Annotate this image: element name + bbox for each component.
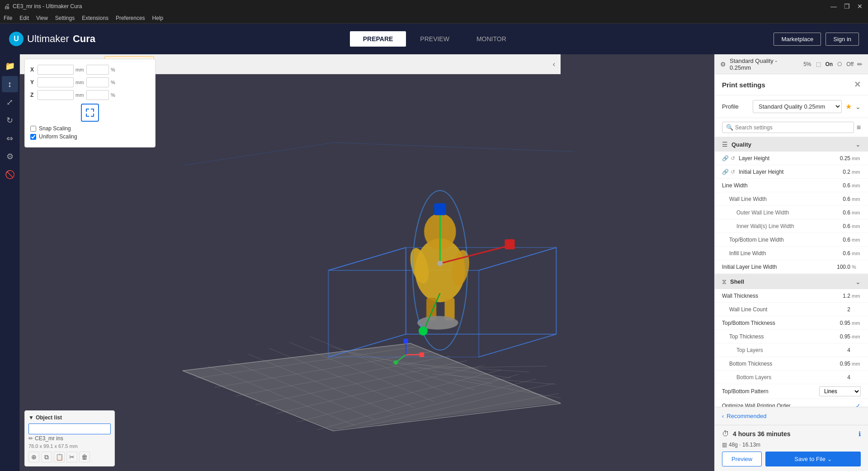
z-value-input[interactable]: 67.4506 [38,90,74,100]
initial-layer-height-value: 0.2 [832,169,850,175]
object-action-cut[interactable]: ✂ [66,452,77,462]
x-percent-input[interactable]: 40 [86,65,109,75]
profile-chevron-icon[interactable]: ⌄ [855,103,861,110]
top-bottom-thickness-label: Top/Bottom Thickness [722,320,832,326]
move-tool[interactable]: ↕ [2,76,18,92]
menu-bar: File Edit View Settings Extensions Prefe… [0,13,868,24]
scale-tool[interactable]: ⤢ [2,94,18,110]
titlebar-controls[interactable]: — ❐ ✕ [829,3,864,10]
menu-view[interactable]: View [36,15,48,21]
wall-thickness-label: Wall Thickness [722,293,832,299]
layer-height-reset-icon[interactable]: ↺ [731,155,735,162]
tab-monitor[interactable]: MONITOR [463,31,519,47]
header: U Ultimaker Cura PREPARE PREVIEW MONITOR… [0,24,868,54]
save-to-file-button[interactable]: Save to File ⌄ [765,452,861,466]
rotate-tool[interactable]: ↻ [2,112,18,128]
object-action-paste[interactable]: 📋 [54,452,65,462]
x-label: X [30,67,36,73]
maximize-button[interactable]: ❐ [842,3,852,10]
close-button[interactable]: ✕ [855,3,864,10]
uniform-scaling-label[interactable]: Uniform Scaling [39,133,77,140]
wall-thickness-value: 1.2 [832,293,850,299]
layer-height-icons: 🔗 ↺ [722,155,735,162]
wall-line-width-row: Wall Line Width 0.6 mm [715,192,868,206]
recommended-button[interactable]: ‹ Recommended [722,411,861,421]
shell-section-title: Shell [730,278,852,285]
material-info: ▥ 48g · 16.13m [722,442,861,448]
snap-scaling-checkbox[interactable] [30,126,36,132]
mirror-tool[interactable]: ⇔ [2,130,18,147]
object-name-label: CE3_mr ins [35,435,63,442]
initial-layer-reset-icon[interactable]: ↺ [731,169,735,175]
y-value-input[interactable]: 99.1354 [38,77,74,87]
inner-wall-line-width-value: 0.6 [832,223,850,229]
profile-select[interactable]: Standard Quality 0.2mm Standard Quality … [753,100,842,113]
menu-edit[interactable]: Edit [19,15,29,21]
print-settings-close-icon[interactable]: ✕ [854,80,861,90]
top-thickness-value: 0.95 [832,333,850,340]
object-action-copy[interactable]: ⧉ [41,452,52,462]
collapse-icon[interactable]: ▼ [28,414,34,421]
svg-rect-51 [505,239,514,249]
settings-search-input[interactable] [735,124,850,131]
settings-menu-icon[interactable]: ≡ [857,124,861,132]
profile-label: Profile [722,103,749,110]
menu-help[interactable]: Help [152,15,164,21]
machine-collapse-icon[interactable]: ‹ [553,60,555,68]
open-file-tool[interactable]: 📁 [2,58,18,74]
uniform-scaling-checkbox[interactable] [30,134,36,140]
object-action-center[interactable]: ⊕ [28,452,39,462]
support-blocker-tool[interactable]: 🚫 [2,167,18,183]
marketplace-button[interactable]: Marketplace [774,33,821,46]
edit-profile-icon[interactable]: ✏ [857,61,863,68]
y-label: Y [30,79,36,86]
material-weight: 48g · 16.13m [729,442,760,448]
profile-favorite-star-icon[interactable]: ★ [845,102,852,111]
object-filename-input[interactable]: mr ins.STL [28,423,111,434]
layer-height-link-icon[interactable]: 🔗 [722,155,729,162]
shell-section-header[interactable]: ⧖ Shell ⌄ [715,274,868,289]
minimize-button[interactable]: — [829,3,839,10]
signin-button[interactable]: Sign in [826,33,859,46]
tab-prepare[interactable]: PREPARE [350,31,406,47]
initial-layer-link-icon[interactable]: 🔗 [722,169,729,175]
menu-preferences[interactable]: Preferences [116,15,145,21]
z-percent-input[interactable]: 40 [86,90,109,100]
menu-extensions[interactable]: Extensions [82,15,108,21]
object-list-header: ▼ Object list [28,414,111,421]
top-bottom-pattern-label: Top/Bottom Pattern [722,388,819,395]
menu-file[interactable]: File [4,15,12,21]
settings-gear-icon: ⚙ [720,61,726,68]
shell-section-icon: ⧖ [722,278,726,285]
top-bottom-line-width-label: Top/Bottom Line Width [722,237,832,243]
x-value-input[interactable]: 78.0041 [38,65,74,75]
infill-line-width-row: Infill Line Width 0.6 mm [715,247,868,260]
per-model-settings-tool[interactable]: ⚙ [2,148,18,165]
search-icon: 🔍 [726,124,733,131]
preview-button[interactable]: Preview [722,452,762,466]
uniform-scaling-row: Uniform Scaling [30,133,150,140]
quality-section-header[interactable]: ☰ Quality ⌄ [715,137,868,152]
z-unit: mm [75,92,85,98]
snap-scaling-label[interactable]: Snap Scaling [39,125,71,132]
wall-line-width-unit: mm [852,196,861,202]
tab-preview[interactable]: PREVIEW [407,31,462,47]
header-right: Marketplace Sign in [774,33,859,46]
top-bottom-pattern-select[interactable]: Lines Concentric ZigZag [819,386,861,396]
y-percent-input[interactable]: 40 [86,77,109,87]
inner-wall-line-width-row: Inner Wall(s) Line Width 0.6 mm [715,219,868,233]
outer-wall-line-width-unit: mm [852,210,861,215]
object-actions: ⊕ ⧉ 📋 ✂ 🗑 [28,452,111,462]
clock-icon: ⏱ [722,430,729,438]
info-icon[interactable]: ℹ [859,430,861,438]
optimize-wall-printing-row: Optimize Wall Printing Order ✓ [715,399,868,407]
menu-settings[interactable]: Settings [55,15,75,21]
object-list-panel: ▼ Object list mr ins.STL ✏ CE3_mr ins 78… [24,410,115,466]
wall-line-count-label: Wall Line Count [722,306,832,313]
adhesion-off-label: Off [846,61,854,67]
shell-section: ⧖ Shell ⌄ Wall Thickness 1.2 mm Wall Lin… [715,274,868,407]
support-on-off: On [826,61,833,67]
z-pct-unit: % [111,92,115,98]
top-bottom-thickness-value: 0.95 [832,320,850,326]
object-action-delete[interactable]: 🗑 [79,452,90,462]
